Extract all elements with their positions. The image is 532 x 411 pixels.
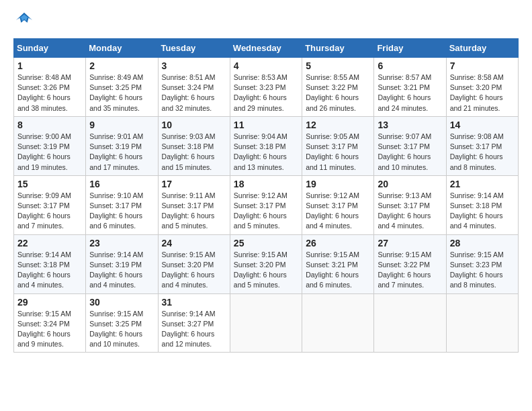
header	[13, 11, 519, 33]
weekday-header: Saturday	[446, 39, 518, 58]
calendar-week-row: 8 Sunrise: 9:00 AMSunset: 3:19 PMDayligh…	[14, 116, 519, 175]
day-detail: Sunrise: 9:12 AMSunset: 3:17 PMDaylight:…	[234, 191, 287, 230]
day-number: 30	[89, 297, 154, 308]
day-number: 19	[306, 179, 370, 189]
day-number: 29	[17, 297, 82, 308]
calendar-day-cell: 26 Sunrise: 9:15 AMSunset: 3:21 PMDaylig…	[302, 234, 374, 293]
day-number: 20	[378, 179, 442, 189]
day-detail: Sunrise: 9:08 AMSunset: 3:17 PMDaylight:…	[450, 132, 504, 171]
day-number: 28	[450, 238, 515, 248]
calendar-day-cell: 13 Sunrise: 9:07 AMSunset: 3:17 PMDaylig…	[374, 116, 446, 175]
calendar-day-cell	[230, 293, 302, 353]
calendar-week-row: 22 Sunrise: 9:14 AMSunset: 3:18 PMDaylig…	[14, 234, 519, 293]
calendar-day-cell: 9 Sunrise: 9:01 AMSunset: 3:19 PMDayligh…	[86, 116, 158, 175]
day-detail: Sunrise: 9:11 AMSunset: 3:17 PMDaylight:…	[162, 191, 216, 230]
day-number: 23	[89, 238, 154, 248]
calendar-day-cell: 30 Sunrise: 9:15 AMSunset: 3:25 PMDaylig…	[86, 293, 158, 353]
day-number: 17	[162, 179, 226, 189]
calendar-day-cell: 17 Sunrise: 9:11 AMSunset: 3:17 PMDaylig…	[158, 175, 230, 234]
calendar-day-cell: 8 Sunrise: 9:00 AMSunset: 3:19 PMDayligh…	[14, 116, 86, 175]
day-detail: Sunrise: 8:51 AMSunset: 3:24 PMDaylight:…	[162, 73, 216, 112]
day-number: 27	[378, 238, 442, 248]
day-detail: Sunrise: 8:55 AMSunset: 3:22 PMDaylight:…	[306, 73, 359, 112]
calendar-day-cell: 28 Sunrise: 9:15 AMSunset: 3:23 PMDaylig…	[446, 234, 518, 293]
calendar-day-cell: 19 Sunrise: 9:12 AMSunset: 3:17 PMDaylig…	[302, 175, 374, 234]
day-number: 6	[378, 60, 442, 71]
calendar-day-cell: 29 Sunrise: 9:15 AMSunset: 3:24 PMDaylig…	[14, 293, 86, 353]
day-detail: Sunrise: 8:57 AMSunset: 3:21 PMDaylight:…	[378, 73, 431, 112]
logo-bird-icon	[15, 11, 34, 30]
calendar-day-cell: 10 Sunrise: 9:03 AMSunset: 3:18 PMDaylig…	[158, 116, 230, 175]
day-number: 22	[17, 238, 82, 248]
day-detail: Sunrise: 9:15 AMSunset: 3:20 PMDaylight:…	[234, 250, 287, 289]
calendar-day-cell: 27 Sunrise: 9:15 AMSunset: 3:22 PMDaylig…	[374, 234, 446, 293]
calendar-day-cell: 11 Sunrise: 9:04 AMSunset: 3:18 PMDaylig…	[230, 116, 302, 175]
weekday-header: Sunday	[14, 39, 86, 58]
day-number: 2	[89, 60, 154, 71]
calendar-day-cell: 22 Sunrise: 9:14 AMSunset: 3:18 PMDaylig…	[14, 234, 86, 293]
day-number: 5	[306, 60, 370, 71]
calendar-day-cell: 24 Sunrise: 9:15 AMSunset: 3:20 PMDaylig…	[158, 234, 230, 293]
day-detail: Sunrise: 9:03 AMSunset: 3:18 PMDaylight:…	[162, 132, 216, 171]
calendar-week-row: 29 Sunrise: 9:15 AMSunset: 3:24 PMDaylig…	[14, 293, 519, 353]
calendar-day-cell: 2 Sunrise: 8:49 AMSunset: 3:25 PMDayligh…	[86, 58, 158, 117]
svg-marker-1	[18, 15, 31, 21]
calendar-day-cell: 21 Sunrise: 9:14 AMSunset: 3:18 PMDaylig…	[446, 175, 518, 234]
day-detail: Sunrise: 9:12 AMSunset: 3:17 PMDaylight:…	[306, 191, 359, 230]
day-detail: Sunrise: 9:15 AMSunset: 3:23 PMDaylight:…	[450, 250, 504, 289]
calendar-week-row: 15 Sunrise: 9:09 AMSunset: 3:17 PMDaylig…	[14, 175, 519, 234]
calendar-day-cell	[302, 293, 374, 353]
calendar-day-cell: 1 Sunrise: 8:48 AMSunset: 3:26 PMDayligh…	[14, 58, 86, 117]
weekday-header: Monday	[86, 39, 158, 58]
calendar-day-cell: 18 Sunrise: 9:12 AMSunset: 3:17 PMDaylig…	[230, 175, 302, 234]
day-number: 31	[162, 297, 226, 308]
day-detail: Sunrise: 8:53 AMSunset: 3:23 PMDaylight:…	[234, 73, 287, 112]
day-detail: Sunrise: 9:07 AMSunset: 3:17 PMDaylight:…	[378, 132, 431, 171]
day-detail: Sunrise: 9:04 AMSunset: 3:18 PMDaylight:…	[234, 132, 287, 171]
day-detail: Sunrise: 9:01 AMSunset: 3:19 PMDaylight:…	[89, 132, 143, 171]
day-detail: Sunrise: 9:14 AMSunset: 3:18 PMDaylight:…	[450, 191, 504, 230]
day-number: 4	[234, 60, 298, 71]
calendar-day-cell: 23 Sunrise: 9:14 AMSunset: 3:19 PMDaylig…	[86, 234, 158, 293]
calendar-day-cell: 31 Sunrise: 9:14 AMSunset: 3:27 PMDaylig…	[158, 293, 230, 353]
weekday-header: Tuesday	[158, 39, 230, 58]
day-detail: Sunrise: 9:14 AMSunset: 3:27 PMDaylight:…	[162, 310, 216, 349]
day-number: 26	[306, 238, 370, 248]
day-number: 25	[234, 238, 298, 248]
day-number: 24	[162, 238, 226, 248]
day-number: 16	[89, 179, 154, 189]
calendar-week-row: 1 Sunrise: 8:48 AMSunset: 3:26 PMDayligh…	[14, 58, 519, 117]
day-number: 21	[450, 179, 515, 189]
day-number: 13	[378, 120, 442, 130]
day-number: 8	[17, 120, 82, 130]
calendar-day-cell: 16 Sunrise: 9:10 AMSunset: 3:17 PMDaylig…	[86, 175, 158, 234]
calendar-day-cell: 6 Sunrise: 8:57 AMSunset: 3:21 PMDayligh…	[374, 58, 446, 117]
weekday-header: Friday	[374, 39, 446, 58]
day-detail: Sunrise: 9:15 AMSunset: 3:25 PMDaylight:…	[89, 310, 143, 349]
day-detail: Sunrise: 9:15 AMSunset: 3:20 PMDaylight:…	[162, 250, 216, 289]
calendar-header-row: SundayMondayTuesdayWednesdayThursdayFrid…	[14, 39, 519, 58]
day-detail: Sunrise: 8:48 AMSunset: 3:26 PMDaylight:…	[17, 73, 71, 112]
weekday-header: Thursday	[302, 39, 374, 58]
calendar-day-cell: 5 Sunrise: 8:55 AMSunset: 3:22 PMDayligh…	[302, 58, 374, 117]
day-number: 1	[17, 60, 82, 71]
day-detail: Sunrise: 9:10 AMSunset: 3:17 PMDaylight:…	[89, 191, 143, 230]
day-number: 3	[162, 60, 226, 71]
calendar-day-cell: 4 Sunrise: 8:53 AMSunset: 3:23 PMDayligh…	[230, 58, 302, 117]
day-detail: Sunrise: 9:13 AMSunset: 3:17 PMDaylight:…	[378, 191, 431, 230]
day-number: 14	[450, 120, 515, 130]
day-number: 12	[306, 120, 370, 130]
day-detail: Sunrise: 8:49 AMSunset: 3:25 PMDaylight:…	[89, 73, 143, 112]
day-detail: Sunrise: 9:14 AMSunset: 3:18 PMDaylight:…	[17, 250, 71, 289]
day-detail: Sunrise: 9:09 AMSunset: 3:17 PMDaylight:…	[17, 191, 71, 230]
day-detail: Sunrise: 9:15 AMSunset: 3:21 PMDaylight:…	[306, 250, 359, 289]
day-number: 15	[17, 179, 82, 189]
calendar-day-cell: 7 Sunrise: 8:58 AMSunset: 3:20 PMDayligh…	[446, 58, 518, 117]
calendar-day-cell: 3 Sunrise: 8:51 AMSunset: 3:24 PMDayligh…	[158, 58, 230, 117]
calendar-day-cell	[446, 293, 518, 353]
day-detail: Sunrise: 9:15 AMSunset: 3:24 PMDaylight:…	[17, 310, 71, 349]
calendar-day-cell: 12 Sunrise: 9:05 AMSunset: 3:17 PMDaylig…	[302, 116, 374, 175]
logo	[13, 11, 35, 33]
day-number: 9	[89, 120, 154, 130]
day-number: 18	[234, 179, 298, 189]
